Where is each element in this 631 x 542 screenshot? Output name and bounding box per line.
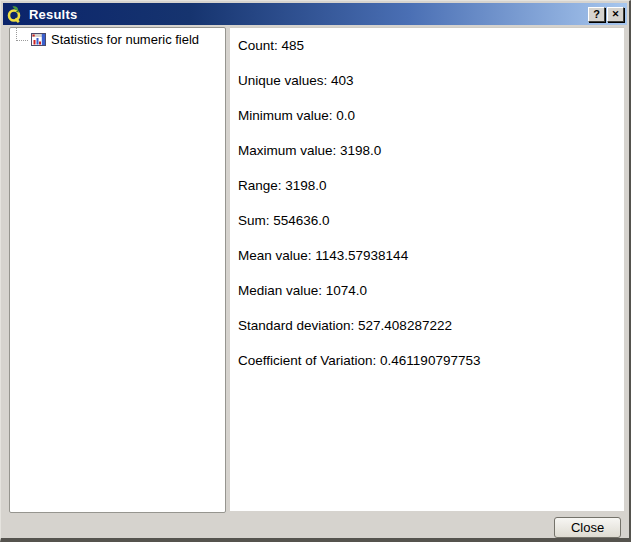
stat-line-mean: Mean value: 1143.57938144 — [238, 248, 624, 263]
stat-line-minimum: Minimum value: 0.0 — [238, 108, 624, 123]
stat-line-coeff-variation: Coefficient of Variation: 0.461190797753 — [238, 353, 624, 368]
results-tree-panel: Statistics for numeric field — [9, 27, 226, 513]
qgis-logo-icon — [6, 6, 23, 23]
stat-line-stddev: Standard deviation: 527.408287222 — [238, 318, 624, 333]
titlebar-buttons: ? ✕ — [588, 7, 624, 22]
stat-line-range: Range: 3198.0 — [238, 178, 624, 193]
stat-line-count: Count: 485 — [238, 38, 624, 53]
statistics-output-panel: Count: 485 Unique values: 403 Minimum va… — [230, 27, 624, 511]
close-icon[interactable]: ✕ — [607, 7, 624, 22]
statistics-result-icon — [31, 33, 46, 46]
stat-line-median: Median value: 1074.0 — [238, 283, 624, 298]
help-icon[interactable]: ? — [588, 7, 605, 22]
results-dialog: Results ? ✕ Statistics for numeric field — [0, 0, 631, 542]
stat-line-sum: Sum: 554636.0 — [238, 213, 624, 228]
close-button[interactable]: Close — [554, 517, 621, 538]
titlebar: Results ? ✕ — [3, 3, 627, 25]
tree-branch-connector — [16, 27, 28, 41]
tree-item-label: Statistics for numeric field — [51, 32, 199, 47]
tree-item-statistics[interactable]: Statistics for numeric field — [10, 28, 225, 47]
stat-line-maximum: Maximum value: 3198.0 — [238, 143, 624, 158]
stat-line-unique-values: Unique values: 403 — [238, 73, 624, 88]
window-title: Results — [29, 7, 77, 22]
